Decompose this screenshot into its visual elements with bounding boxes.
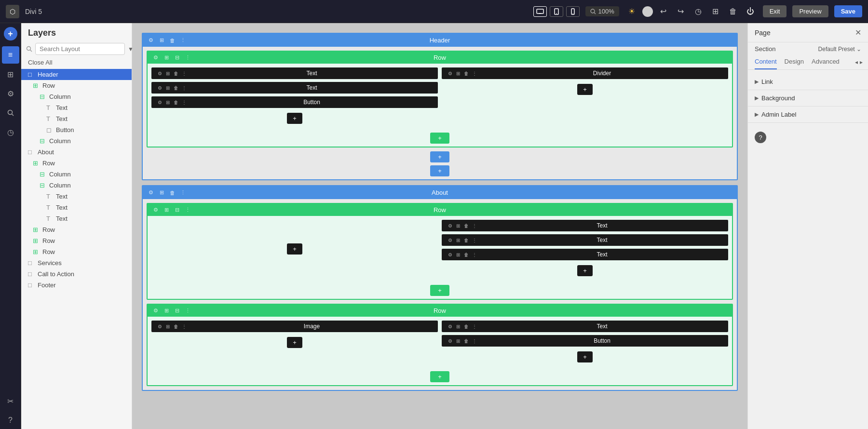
mod-more-icon[interactable]: ⋮ [181,71,188,76]
about-settings-icon[interactable]: ⚙ [147,188,155,197]
image-mod-delete[interactable]: 🗑 [173,324,179,329]
tree-item-row4[interactable]: ⊞ Row [21,235,132,246]
about-delete-icon[interactable]: 🗑 [168,188,176,197]
mod-more-icon4[interactable]: ⋮ [471,71,478,76]
tree-item-button1[interactable]: ◻ Button [21,124,132,135]
add-module-about-col1-button[interactable]: + [287,243,302,255]
tree-item-header[interactable]: □ Header [21,69,132,80]
redo-icon[interactable]: ↪ [674,5,688,18]
section-delete-icon[interactable]: 🗑 [168,36,176,45]
tree-item-about[interactable]: □ About [21,147,132,158]
mod-copy-icon3[interactable]: ⊞ [164,100,171,105]
about-row2-settings-icon[interactable]: ⚙ [151,307,160,315]
history-sidebar-icon[interactable]: ◷ [2,123,19,141]
about-mod-delete3[interactable]: 🗑 [463,252,470,257]
save-button[interactable]: Save [834,5,862,17]
tree-item-row2[interactable]: ⊞ Row [21,158,132,169]
about-mod-more1[interactable]: ⋮ [471,223,478,228]
mod-settings-icon4[interactable]: ⚙ [447,71,453,76]
about-mod-copy3[interactable]: ⊞ [455,252,461,257]
add-row-about1-button[interactable]: + [430,285,449,296]
zoom-control[interactable]: 100% [585,6,619,16]
row-layout-icon[interactable]: ⊟ [173,54,181,62]
about-mod-more3[interactable]: ⋮ [471,252,478,257]
tree-item-text2[interactable]: T Text [21,113,132,124]
tree-item-row3[interactable]: ⊞ Row [21,224,132,235]
about-copy-icon[interactable]: ⊞ [157,188,166,197]
accordion-link-header[interactable]: ▶ Link [748,74,868,90]
right-panel-close-button[interactable]: ✕ [855,28,861,37]
tree-item-cta[interactable]: □ Call to Action [21,268,132,280]
add-module-button[interactable]: + [4,27,17,40]
tree-item-services[interactable]: □ Services [21,257,132,268]
mod-more-icon3[interactable]: ⋮ [181,100,188,105]
modules-icon[interactable]: ⊞ [2,66,19,83]
search-sidebar-icon[interactable] [2,104,19,121]
tab-prev-arrow[interactable]: ◂ [855,59,858,66]
tree-item-row5[interactable]: ⊞ Row [21,246,132,257]
trash-icon[interactable]: 🗑 [726,5,740,18]
sun-icon[interactable]: ☀ [625,5,638,18]
add-module-about-row2-col2-button[interactable]: + [577,351,593,362]
preview-button[interactable]: Preview [792,5,828,17]
mod-delete-icon2[interactable]: 🗑 [173,85,179,91]
mod-copy-icon[interactable]: ⊞ [164,71,171,76]
r2-mod-delete1[interactable]: 🗑 [463,324,470,329]
about-mod-delete1[interactable]: 🗑 [463,223,470,228]
tree-item-col2[interactable]: ⊟ Column [21,135,132,147]
section-settings-icon[interactable]: ⚙ [147,36,155,45]
r2-mod-more1[interactable]: ⋮ [471,324,478,329]
layers-search-input[interactable] [35,43,125,55]
section-copy-icon[interactable]: ⊞ [157,36,166,45]
r2-mod-more2[interactable]: ⋮ [471,338,478,344]
section-more-icon[interactable]: ⋮ [178,36,187,45]
tree-item-col1[interactable]: ⊟ Column [21,91,132,102]
close-all-button[interactable]: Close All [21,58,132,69]
row-settings-icon[interactable]: ⚙ [151,54,160,62]
tree-item-col3[interactable]: ⊟ Column [21,169,132,180]
about-mod-settings1[interactable]: ⚙ [447,223,453,228]
r2-mod-copy2[interactable]: ⊞ [455,338,461,344]
r2-mod-settings2[interactable]: ⚙ [447,338,453,344]
help-button[interactable]: ? [755,132,766,143]
tab-next-arrow[interactable]: ▸ [860,59,863,66]
tree-item-footer[interactable]: □ Footer [21,280,132,291]
tree-item-text4[interactable]: T Text [21,202,132,213]
add-module-col1-button[interactable]: + [287,113,302,124]
add-row-about2-button[interactable]: + [430,371,449,382]
row-more-icon[interactable]: ⋮ [183,54,192,62]
power-icon[interactable]: ⏻ [744,5,757,18]
tree-item-text3[interactable]: T Text [21,191,132,202]
add-module-about-col2-button[interactable]: + [577,265,593,276]
about-row1-settings-icon[interactable]: ⚙ [151,206,160,214]
about-mod-more2[interactable]: ⋮ [471,238,478,243]
right-preset-label[interactable]: Default Preset ⌄ [818,46,861,53]
mod-delete-icon4[interactable]: 🗑 [463,71,470,76]
mod-copy-icon4[interactable]: ⊞ [455,71,461,76]
mobile-icon[interactable] [566,6,580,17]
adjust-icon[interactable]: ⊞ [709,5,722,18]
tools-icon[interactable]: ✂ [2,392,19,410]
about-row2-copy-icon[interactable]: ⊞ [162,307,171,315]
layers-icon[interactable]: ≡ [2,46,19,64]
add-row-below-header-button[interactable]: + [430,151,449,162]
image-mod-settings[interactable]: ⚙ [156,324,163,329]
add-module-col2-button[interactable]: + [577,84,593,95]
accordion-admin-label-header[interactable]: ▶ Admin Label [748,107,868,122]
r2-mod-delete2[interactable]: 🗑 [463,338,470,344]
tree-item-row1[interactable]: ⊞ Row [21,80,132,91]
row-copy-icon[interactable]: ⊞ [162,54,171,62]
tree-item-text1[interactable]: T Text [21,102,132,113]
mod-settings-icon2[interactable]: ⚙ [156,85,163,91]
tablet-icon[interactable] [550,6,563,17]
mod-settings-icon3[interactable]: ⚙ [156,100,163,105]
help-icon[interactable]: ? [2,412,19,429]
r2-mod-copy1[interactable]: ⊞ [455,324,461,329]
about-row2-more-icon[interactable]: ⋮ [183,307,192,315]
about-more-icon[interactable]: ⋮ [178,188,187,197]
settings-icon[interactable]: ⚙ [2,85,19,102]
about-mod-settings2[interactable]: ⚙ [447,238,453,243]
about-mod-delete2[interactable]: 🗑 [463,238,470,243]
desktop-icon[interactable] [533,6,547,17]
tree-item-col4[interactable]: ⊟ Column [21,180,132,191]
